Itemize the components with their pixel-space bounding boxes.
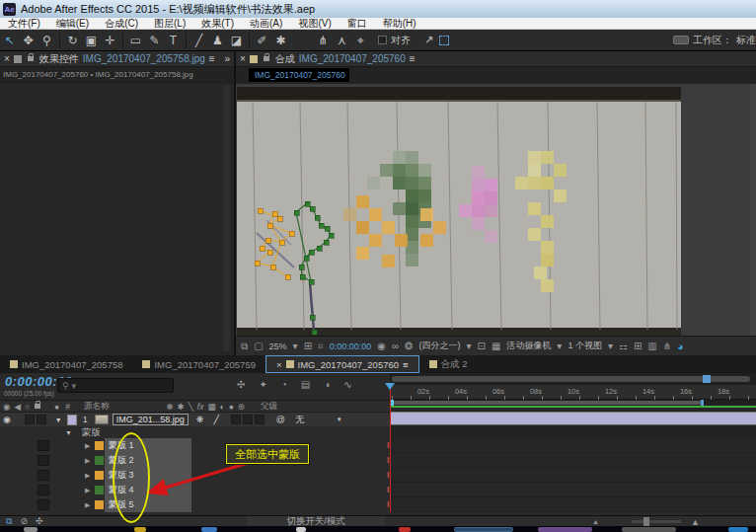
layer-switch-box[interactable]: [25, 415, 35, 424]
view-axis-mode-icon[interactable]: ⌖: [351, 34, 370, 47]
zoom-tool-icon[interactable]: ⚲: [38, 34, 56, 47]
taskbar-icon[interactable]: [296, 527, 306, 532]
expand-arrow-tool-icon[interactable]: ↗: [424, 34, 433, 46]
menu-window[interactable]: 窗口: [340, 18, 375, 30]
menu-animation[interactable]: 动画(A): [242, 18, 290, 30]
resolution-dropdown-icon[interactable]: ▾: [466, 341, 471, 351]
layer-switch-box[interactable]: [255, 415, 265, 424]
parent-column[interactable]: 父级: [261, 401, 277, 413]
camera-dropdown-icon[interactable]: ▾: [557, 341, 562, 351]
timeline-zoom-slider[interactable]: [632, 520, 681, 523]
mask-track-row[interactable]: [390, 438, 756, 453]
exposure-box-icon[interactable]: ⊞: [634, 341, 642, 351]
parent-pickwhip-icon[interactable]: @: [276, 415, 285, 424]
transparency-grid-icon[interactable]: ▦: [491, 341, 500, 351]
draft-3d-icon[interactable]: ✦: [259, 379, 266, 390]
mask-visibility-icon[interactable]: ⌗: [318, 341, 324, 352]
roto-brush-tool-icon[interactable]: ✐: [253, 34, 271, 47]
mask-toggle-box[interactable]: [38, 440, 49, 451]
mask-track-row[interactable]: [390, 497, 756, 512]
align-checkbox[interactable]: [378, 36, 387, 44]
layer-switch-box[interactable]: [243, 415, 253, 424]
world-axis-mode-icon[interactable]: ⋏: [333, 34, 351, 47]
source-name-column[interactable]: 源名称: [84, 401, 110, 413]
fast-previews-icon[interactable]: ◕: [677, 341, 684, 352]
layer-expand-icon[interactable]: ▼: [55, 417, 62, 423]
menu-file[interactable]: 文件(F): [0, 18, 48, 30]
eraser-tool-icon[interactable]: ◪: [227, 34, 246, 47]
puppet-pin-tool-icon[interactable]: ✱: [271, 34, 290, 47]
shape-tool-icon[interactable]: ▭: [126, 34, 145, 47]
menu-layer[interactable]: 图层(L): [146, 18, 193, 30]
zoom-dropdown-icon[interactable]: ▾: [293, 341, 298, 351]
mask-toggle-box[interactable]: [38, 455, 49, 466]
timeline-tab-comp2[interactable]: 合成 2: [419, 355, 478, 373]
expand-arrow-icon[interactable]: ▶: [85, 501, 90, 509]
selection-tool-icon[interactable]: ↖: [0, 34, 19, 47]
taskbar-icon[interactable]: [538, 527, 592, 532]
close-icon[interactable]: ×: [276, 359, 282, 370]
monitor-icon[interactable]: ▢: [254, 341, 263, 351]
layer-quality-icon[interactable]: ╱: [213, 415, 218, 424]
composition-flowchart-icon[interactable]: ✣: [237, 379, 245, 390]
camera-tool-icon[interactable]: ▣: [82, 34, 101, 47]
panel-menu-icon[interactable]: ≡: [410, 53, 416, 64]
taskbar-icon[interactable]: [622, 527, 676, 532]
timeline-zoom-handle[interactable]: [643, 517, 649, 526]
layers-icon[interactable]: ⧉: [241, 341, 248, 352]
timeline-tab-205759[interactable]: IMG_20170407_205759: [132, 355, 265, 373]
lock-icon[interactable]: [28, 56, 34, 61]
scrollbar[interactable]: [750, 84, 756, 336]
taskbar-icon[interactable]: [201, 527, 217, 532]
mask-color-swatch[interactable]: [95, 500, 104, 509]
timeline-track-area[interactable]: 02s 04s 06s 08s 10s 12s 14s 16s 18s: [390, 373, 756, 512]
hand-tool-icon[interactable]: ✥: [19, 34, 38, 47]
layer-fan-icon[interactable]: ❋: [196, 415, 204, 424]
grid-icon[interactable]: ⊞: [304, 341, 312, 351]
composition-tab[interactable]: × 合成 IMG_20170407_205760 ≡: [236, 51, 756, 67]
timeline-tab-205760[interactable]: × IMG_20170407_205760 ≡: [265, 355, 419, 373]
local-axis-mode-icon[interactable]: ⋔: [314, 34, 333, 47]
resolution-select[interactable]: (四分之一): [418, 340, 460, 352]
mask-color-swatch[interactable]: [95, 486, 104, 494]
graph-editor-icon[interactable]: ∿: [343, 379, 351, 390]
roi-icon[interactable]: ⊡: [478, 341, 486, 351]
expand-arrow-icon[interactable]: ▶: [85, 457, 90, 465]
playhead-handle[interactable]: [385, 383, 395, 390]
time-ruler[interactable]: 02s 04s 06s 08s 10s 12s 14s 16s 18s: [390, 385, 756, 400]
show-snapshot-icon[interactable]: ∞: [392, 341, 399, 351]
taskbar-icon[interactable]: [728, 527, 748, 532]
playhead-line[interactable]: [390, 385, 391, 512]
mask-toggle-box[interactable]: [38, 470, 49, 481]
close-icon[interactable]: ×: [4, 53, 10, 64]
masks-group-row[interactable]: ▼ 蒙版: [0, 426, 390, 438]
layer-row-1[interactable]: ◉ ▼ 1 IMG_201...58.jpg ❋ ╱ @ 无 ▾: [0, 413, 390, 426]
layer-switch-box[interactable]: [37, 415, 46, 424]
marquee-icon[interactable]: [439, 36, 449, 45]
zoom-out-icon[interactable]: ▲: [592, 518, 599, 525]
toggle-switches-modes-button[interactable]: 切换开关/模式: [247, 516, 385, 526]
expand-arrow-icon[interactable]: ▶: [85, 487, 90, 494]
flowchart-icon[interactable]: ⋔: [663, 341, 671, 351]
type-tool-icon[interactable]: T: [164, 34, 183, 47]
snapshot-icon[interactable]: ◉: [377, 341, 386, 351]
lock-icon[interactable]: [264, 56, 269, 61]
timeline-search-input[interactable]: ⚲ ▾: [57, 378, 174, 393]
mask-toggle-box[interactable]: [38, 485, 49, 495]
viewer-timecode[interactable]: 0:00:00:00: [330, 342, 372, 351]
menu-help[interactable]: 帮助(H): [375, 18, 424, 30]
mask-track-row[interactable]: [390, 453, 756, 468]
motion-blur-icon[interactable]: ◑: [324, 379, 330, 390]
scrollbar[interactable]: [223, 85, 230, 351]
menu-view[interactable]: 视图(V): [290, 18, 339, 30]
layer-name[interactable]: IMG_201...58.jpg: [113, 414, 189, 425]
taskbar-icon[interactable]: [399, 527, 411, 532]
workspace-value[interactable]: 标准: [736, 34, 756, 47]
taskbar-icon[interactable]: [24, 527, 38, 532]
mask-track-row[interactable]: [390, 483, 756, 497]
layer-switch-box[interactable]: [231, 415, 241, 424]
view-layout-select[interactable]: 1 个视图: [567, 340, 602, 352]
brush-tool-icon[interactable]: ╱: [189, 34, 208, 47]
taskbar-icon[interactable]: [454, 527, 513, 532]
timeline-tab-205758[interactable]: IMG_20170407_205758: [0, 355, 132, 373]
